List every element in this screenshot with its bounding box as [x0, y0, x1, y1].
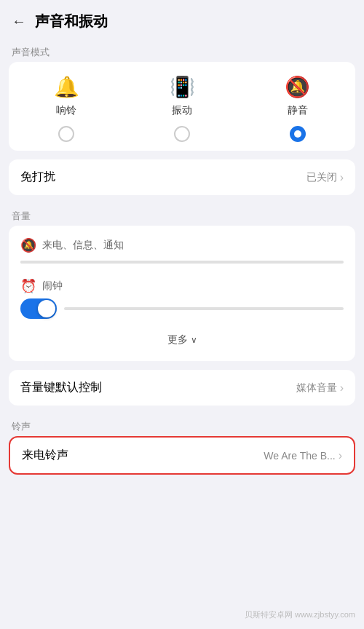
- alarm-volume-title: ⏰ 闹钟: [9, 272, 355, 297]
- sound-mode-ring[interactable]: 🔔 响铃: [9, 74, 124, 117]
- radio-ring-item[interactable]: [9, 126, 124, 142]
- ringtone-section-label: 铃声: [0, 414, 364, 436]
- alarm-slider-track[interactable]: [64, 307, 344, 310]
- volume-card: 🔕 来电、信息、通知 ⏰ 闹钟 更多 ∨: [9, 226, 355, 361]
- volume-key-card: 音量键默认控制 媒体音量 ›: [9, 370, 355, 406]
- silent-label: 静音: [288, 104, 308, 117]
- radio-vibrate[interactable]: [174, 126, 190, 142]
- dnd-card: 免打扰 已关闭 ›: [9, 159, 355, 195]
- dnd-chevron: ›: [340, 171, 344, 184]
- sound-mode-card: 🔔 响铃 📳 振动 🔕 静音: [9, 62, 355, 151]
- incoming-slider-track[interactable]: [20, 261, 344, 264]
- volume-section-label: 音量: [0, 204, 364, 226]
- ring-icon: 🔔: [54, 74, 79, 100]
- silent-icon: 🔕: [285, 74, 310, 100]
- alarm-toggle-thumb: [38, 300, 55, 317]
- incoming-ringtone-card[interactable]: 来电铃声 We Are The B... ›: [9, 436, 355, 475]
- radio-vibrate-item[interactable]: [124, 126, 240, 142]
- alarm-label: 闹钟: [42, 280, 63, 293]
- alarm-toggle[interactable]: [20, 298, 57, 319]
- volume-key-status-text: 媒体音量: [296, 381, 337, 395]
- more-label: 更多: [167, 333, 188, 347]
- incoming-ringtone-label: 来电铃声: [22, 448, 68, 463]
- sound-mode-section-label: 声音模式: [0, 40, 364, 62]
- incoming-slider-container[interactable]: [9, 258, 355, 272]
- dnd-status-text: 已关闭: [306, 171, 337, 184]
- more-chevron-icon: ∨: [191, 335, 197, 345]
- page-title: 声音和振动: [35, 12, 108, 31]
- alarm-icon: ⏰: [20, 278, 36, 294]
- watermark: 贝斯特安卓网 www.zjbstyy.com: [245, 609, 355, 620]
- incoming-volume-icon: 🔕: [20, 237, 36, 253]
- back-button[interactable]: ←: [12, 13, 26, 30]
- dnd-row[interactable]: 免打扰 已关闭 ›: [9, 159, 355, 195]
- ring-label: 响铃: [56, 104, 76, 117]
- radio-row: [9, 126, 355, 142]
- volume-key-row[interactable]: 音量键默认控制 媒体音量 ›: [9, 370, 355, 406]
- incoming-ringtone-chevron: ›: [339, 449, 342, 462]
- incoming-ringtone-value-text: We Are The B...: [264, 450, 335, 462]
- vibrate-icon: 📳: [170, 74, 195, 100]
- dnd-label: 免打扰: [20, 170, 55, 185]
- radio-silent-item[interactable]: [240, 126, 355, 142]
- sound-mode-vibrate[interactable]: 📳 振动: [124, 74, 240, 117]
- radio-silent-inner: [294, 130, 301, 138]
- incoming-volume-title: 🔕 来电、信息、通知: [9, 229, 355, 258]
- volume-key-label: 音量键默认控制: [20, 380, 102, 395]
- dnd-status: 已关闭 ›: [306, 171, 344, 184]
- volume-key-status: 媒体音量 ›: [296, 381, 344, 395]
- volume-key-chevron: ›: [340, 381, 344, 395]
- alarm-toggle-container: [9, 297, 355, 325]
- radio-ring[interactable]: [58, 126, 74, 142]
- sound-mode-row: 🔔 响铃 📳 振动 🔕 静音: [9, 74, 355, 126]
- vibrate-label: 振动: [172, 104, 192, 117]
- incoming-ringtone-value: We Are The B... ›: [264, 449, 342, 462]
- incoming-volume-label: 来电、信息、通知: [42, 239, 124, 252]
- page-header: ← 声音和振动: [0, 0, 364, 40]
- incoming-slider-fill: [20, 261, 36, 264]
- more-row[interactable]: 更多 ∨: [9, 325, 355, 355]
- radio-silent[interactable]: [290, 126, 306, 142]
- sound-mode-silent[interactable]: 🔕 静音: [240, 74, 355, 117]
- incoming-ringtone-row[interactable]: 来电铃声 We Are The B... ›: [10, 438, 354, 473]
